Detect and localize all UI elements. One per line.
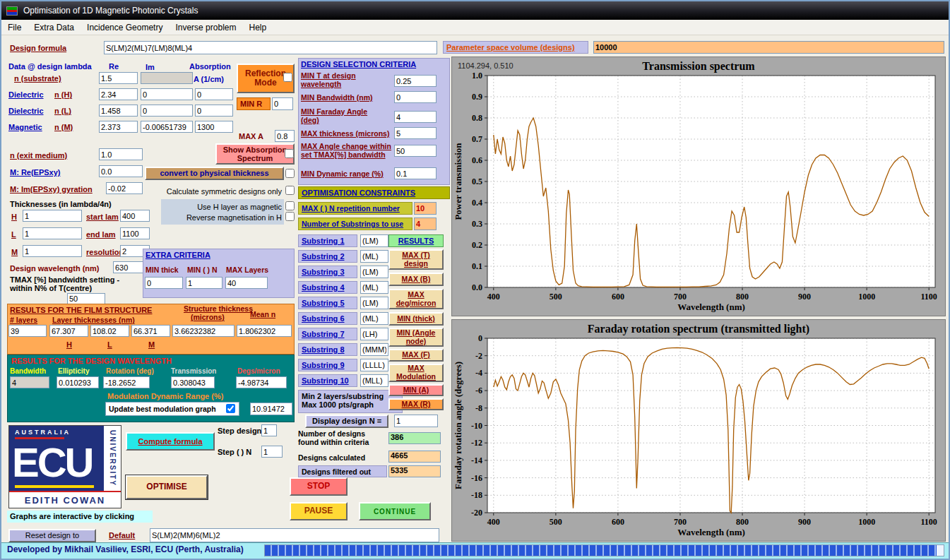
substring-3-input[interactable] [360, 266, 388, 278]
substrate-re-input[interactable] [99, 72, 138, 84]
num-layers-field[interactable] [8, 325, 47, 337]
faraday-chart[interactable]: Faraday rotation spectrum (transmitted l… [451, 319, 946, 542]
l-thickness-input[interactable] [23, 227, 82, 239]
min-r-input[interactable] [272, 97, 293, 110]
thickness-m-field[interactable] [131, 325, 170, 337]
ellipticity-field[interactable] [57, 376, 99, 388]
num-substrings-input[interactable] [414, 218, 437, 230]
menu-incidence-geometry[interactable]: Incidence Geometry [81, 20, 169, 35]
substring-5-input[interactable] [360, 297, 388, 309]
convert-thickness-button[interactable]: convert to physical thickness [145, 167, 284, 180]
menu-help[interactable]: Help [242, 20, 273, 35]
mean-n-field[interactable] [237, 325, 292, 337]
exit-medium-input[interactable] [99, 148, 143, 160]
n-h-a-input[interactable] [195, 88, 233, 100]
update-modulation-checkbox[interactable] [226, 404, 235, 413]
min-thick-button[interactable]: MIN (thick) [388, 312, 444, 326]
optimise-button[interactable]: OPTIMISE [126, 475, 208, 499]
substring-9-input[interactable] [360, 359, 388, 371]
display-design-button[interactable]: Display design N = [305, 415, 388, 428]
max-angle-change-input[interactable] [394, 145, 437, 157]
n-m-re-input[interactable] [99, 121, 138, 133]
n-h-re-input[interactable] [99, 88, 138, 100]
start-lam-input[interactable] [120, 210, 150, 222]
min-a-button[interactable]: MIN (A) [388, 384, 444, 396]
step-n-input[interactable] [261, 446, 283, 458]
max-t-design-button[interactable]: MAX (T) design [388, 249, 444, 270]
n-m-a-input[interactable] [195, 121, 233, 133]
min-angle-node-button[interactable]: MIN (Angle node) [388, 328, 444, 347]
n-m-im-input[interactable] [141, 121, 193, 133]
pause-button[interactable]: PAUSE [290, 502, 348, 520]
substring-2-input[interactable] [360, 250, 388, 263]
show-absorption-checkbox[interactable] [285, 149, 294, 158]
substring-4-input[interactable] [360, 281, 388, 294]
min-thick-input[interactable] [145, 277, 183, 289]
min-n-label: MIN ( ) N [187, 266, 218, 274]
max-a-input[interactable] [275, 130, 295, 142]
transmission-field[interactable] [171, 376, 215, 388]
end-lam-input[interactable] [120, 227, 150, 239]
n-l-im-input[interactable] [141, 105, 193, 117]
substring-7-input[interactable] [360, 328, 388, 340]
min-dynamic-range-input[interactable] [394, 167, 437, 179]
thickness-h-field[interactable] [49, 325, 88, 337]
modulation-value-field[interactable] [250, 403, 292, 415]
reflection-mode-checkbox[interactable] [283, 73, 292, 82]
display-design-input[interactable] [394, 415, 438, 427]
substring-6-input[interactable] [360, 312, 388, 325]
compute-formula-button[interactable]: Compute formula [126, 432, 215, 451]
min-faraday-input[interactable] [394, 111, 437, 123]
menu-file[interactable]: File [1, 20, 28, 35]
max-r-button[interactable]: MAX (R) [388, 398, 444, 410]
max-deg-micron-button[interactable]: MAX deg/micron [388, 289, 444, 309]
app-icon [6, 6, 18, 16]
reset-design-input[interactable] [150, 528, 439, 542]
design-wavelength-input[interactable] [113, 261, 146, 273]
n-h-im-input[interactable] [141, 88, 193, 100]
max-a-label: MAX A [239, 132, 263, 141]
im-epsxy-input[interactable] [106, 182, 143, 194]
designs-calculated-value: 4665 [388, 451, 441, 463]
structure-thickness-field[interactable] [172, 325, 234, 337]
min-n-input[interactable] [186, 277, 222, 289]
reset-design-button[interactable]: Reset design to [8, 529, 96, 542]
convert-thickness-checkbox[interactable] [285, 169, 295, 178]
step-designs-input[interactable] [261, 424, 277, 436]
h-thickness-input[interactable] [23, 210, 82, 222]
n-l-a-input[interactable] [195, 105, 233, 117]
substring-1-input[interactable] [360, 234, 388, 247]
use-h-checkbox[interactable] [285, 201, 295, 210]
m-thickness-input[interactable] [23, 245, 82, 257]
max-b-button[interactable]: MAX (B) [388, 273, 444, 286]
tmax-input[interactable] [67, 293, 105, 304]
design-formula-input[interactable] [104, 41, 437, 54]
svg-text:400: 400 [487, 292, 500, 302]
design-formula-label: Design formula [10, 44, 66, 53]
max-n-repetition-input[interactable] [414, 202, 437, 215]
continue-button[interactable]: CONTINUE [359, 502, 431, 520]
max-thickness-input[interactable] [394, 127, 437, 139]
param-space-input[interactable] [593, 41, 944, 54]
substring-8-input[interactable] [360, 343, 388, 356]
max-f-button[interactable]: MAX (F) [388, 349, 444, 362]
substring-10-input[interactable] [360, 374, 388, 387]
stop-button[interactable]: STOP [290, 477, 348, 496]
symmetric-checkbox[interactable] [285, 186, 295, 195]
menu-inverse-problem[interactable]: Inverse problem [169, 20, 242, 35]
max-layers-input[interactable] [225, 277, 268, 289]
min-bandwidth-input[interactable] [394, 91, 437, 103]
show-absorption-button[interactable]: Show Absorption Spectrum [215, 143, 295, 165]
min-t-input[interactable] [394, 75, 437, 87]
rotation-field[interactable] [103, 376, 150, 388]
menu-extra-data[interactable]: Extra Data [28, 20, 81, 35]
degs-micron-field[interactable] [236, 376, 287, 388]
reverse-h-checkbox[interactable] [285, 212, 295, 221]
re-epsxy-input[interactable] [99, 165, 143, 177]
designs-filtered-label: Designs filtered out [298, 465, 387, 477]
thickness-l-field[interactable] [90, 325, 129, 337]
bandwidth-field[interactable] [10, 376, 49, 388]
transmission-chart[interactable]: 1104.294, 0.510 Transmission spectrum 40… [451, 56, 946, 316]
max-modulation-button[interactable]: MAX Modulation [388, 364, 444, 382]
n-l-re-input[interactable] [99, 105, 138, 117]
